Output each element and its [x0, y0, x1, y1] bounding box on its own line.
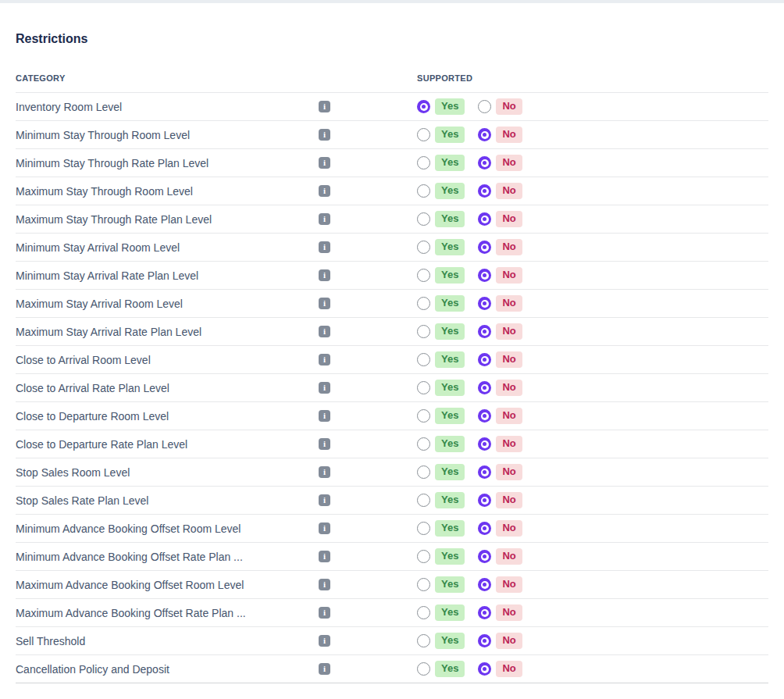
no-badge[interactable]: No: [496, 604, 522, 621]
yes-radio[interactable]: [417, 494, 430, 507]
no-radio[interactable]: [478, 522, 491, 535]
no-radio[interactable]: [478, 269, 491, 282]
no-badge[interactable]: No: [496, 267, 522, 284]
no-radio[interactable]: [478, 494, 491, 507]
yes-radio[interactable]: [417, 550, 430, 563]
no-radio[interactable]: [478, 325, 491, 338]
no-badge[interactable]: No: [496, 436, 522, 452]
info-icon[interactable]: i: [319, 410, 330, 422]
no-badge[interactable]: No: [496, 633, 522, 649]
yes-badge[interactable]: Yes: [435, 295, 465, 312]
no-badge[interactable]: No: [496, 351, 522, 368]
no-badge[interactable]: No: [496, 661, 522, 677]
yes-badge[interactable]: Yes: [435, 323, 465, 340]
info-icon[interactable]: i: [319, 663, 330, 675]
yes-badge[interactable]: Yes: [435, 98, 465, 115]
info-icon[interactable]: i: [319, 326, 330, 337]
info-icon[interactable]: i: [319, 298, 330, 309]
yes-badge[interactable]: Yes: [435, 661, 465, 677]
yes-radio[interactable]: [417, 409, 430, 423]
no-radio[interactable]: [478, 662, 491, 676]
no-radio[interactable]: [478, 156, 491, 169]
no-badge[interactable]: No: [496, 408, 522, 424]
no-radio[interactable]: [478, 381, 491, 394]
info-icon[interactable]: i: [319, 607, 330, 619]
info-icon[interactable]: i: [319, 382, 330, 394]
no-radio[interactable]: [478, 606, 491, 619]
no-badge[interactable]: No: [496, 464, 522, 480]
yes-badge[interactable]: Yes: [435, 155, 465, 171]
info-icon[interactable]: i: [319, 635, 330, 647]
yes-radio[interactable]: [417, 353, 430, 366]
info-icon[interactable]: i: [319, 101, 330, 112]
yes-radio[interactable]: [417, 578, 430, 591]
yes-radio[interactable]: [417, 606, 430, 619]
no-radio[interactable]: [478, 100, 491, 113]
info-icon[interactable]: i: [319, 522, 330, 534]
no-badge[interactable]: No: [496, 492, 522, 508]
no-radio[interactable]: [478, 465, 491, 479]
no-badge[interactable]: No: [496, 239, 522, 255]
no-radio[interactable]: [478, 241, 491, 254]
no-radio[interactable]: [478, 550, 491, 563]
yes-badge[interactable]: Yes: [435, 604, 465, 621]
info-icon[interactable]: i: [319, 354, 330, 366]
yes-radio[interactable]: [417, 634, 430, 647]
yes-badge[interactable]: Yes: [435, 211, 465, 227]
no-radio[interactable]: [478, 297, 491, 310]
no-badge[interactable]: No: [496, 380, 522, 396]
no-badge[interactable]: No: [496, 548, 522, 565]
yes-radio[interactable]: [417, 128, 430, 141]
yes-radio[interactable]: [417, 212, 430, 226]
info-icon[interactable]: i: [319, 157, 330, 169]
no-radio[interactable]: [478, 437, 491, 451]
yes-radio[interactable]: [417, 325, 430, 338]
yes-radio[interactable]: [417, 437, 430, 451]
yes-radio[interactable]: [417, 241, 430, 254]
no-radio[interactable]: [478, 409, 491, 423]
no-radio[interactable]: [478, 212, 491, 226]
info-icon[interactable]: i: [319, 438, 330, 450]
yes-badge[interactable]: Yes: [435, 576, 465, 593]
yes-radio[interactable]: [417, 297, 430, 310]
no-badge[interactable]: No: [496, 183, 522, 199]
info-icon[interactable]: i: [319, 129, 330, 141]
yes-radio[interactable]: [417, 156, 430, 169]
no-badge[interactable]: No: [496, 323, 522, 340]
yes-radio[interactable]: [417, 662, 430, 676]
yes-badge[interactable]: Yes: [435, 408, 465, 424]
no-radio[interactable]: [478, 578, 491, 591]
info-icon[interactable]: i: [319, 213, 330, 225]
yes-badge[interactable]: Yes: [435, 239, 465, 255]
yes-radio[interactable]: [417, 465, 430, 479]
no-badge[interactable]: No: [496, 576, 522, 593]
info-icon[interactable]: i: [319, 579, 330, 590]
yes-badge[interactable]: Yes: [435, 520, 465, 537]
info-icon[interactable]: i: [319, 185, 330, 197]
yes-badge[interactable]: Yes: [435, 127, 465, 143]
yes-radio[interactable]: [417, 269, 430, 282]
no-badge[interactable]: No: [496, 520, 522, 537]
no-badge[interactable]: No: [496, 155, 522, 171]
yes-badge[interactable]: Yes: [435, 380, 465, 396]
no-badge[interactable]: No: [496, 127, 522, 143]
no-badge[interactable]: No: [496, 98, 522, 115]
info-icon[interactable]: i: [319, 466, 330, 478]
yes-radio[interactable]: [417, 381, 430, 394]
yes-badge[interactable]: Yes: [435, 183, 465, 199]
no-radio[interactable]: [478, 634, 491, 647]
no-badge[interactable]: No: [496, 295, 522, 312]
yes-badge[interactable]: Yes: [435, 351, 465, 368]
no-badge[interactable]: No: [496, 211, 522, 227]
yes-badge[interactable]: Yes: [435, 464, 465, 480]
info-icon[interactable]: i: [319, 241, 330, 253]
yes-badge[interactable]: Yes: [435, 492, 465, 508]
yes-badge[interactable]: Yes: [435, 633, 465, 649]
yes-radio[interactable]: [417, 522, 430, 535]
yes-badge[interactable]: Yes: [435, 436, 465, 452]
yes-badge[interactable]: Yes: [435, 267, 465, 284]
no-radio[interactable]: [478, 184, 491, 198]
info-icon[interactable]: i: [319, 494, 330, 506]
no-radio[interactable]: [478, 353, 491, 366]
yes-radio[interactable]: [417, 100, 430, 113]
